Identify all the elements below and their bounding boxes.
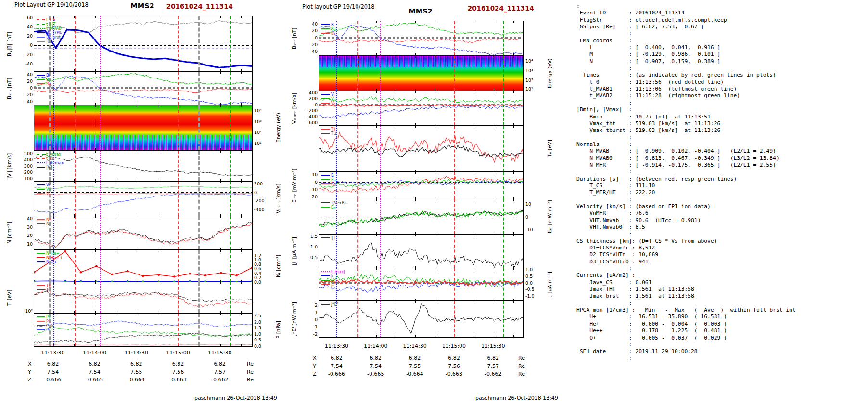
marker-t-mvab2 [230,282,231,313]
marker-gray-interval-right [198,105,200,150]
x-tick-mark [241,105,242,107]
x-tick-mark [220,105,221,107]
info-line: N MFR : [ -0.914, -0.175, 0.365 ] (L2/L1… [576,162,796,169]
y-tick-label: -40 [18,99,33,104]
legend-label: Jₘ [331,278,335,282]
x-tick-mark [337,170,337,171]
x-tick-mark [454,301,455,303]
marker-gray-interval-right [198,250,200,282]
x-tick-mark [376,235,377,236]
legend: BₗBₘBₙ [37,73,51,86]
info-line: : [576,169,796,175]
x-tick-mark [376,199,377,201]
marker-t-cs-right [454,126,455,171]
info-line: Currents [uA/m2] : [576,272,796,279]
x-tick-mark [241,248,242,249]
x-tick-mark [396,301,396,303]
x-tick-mark [220,344,221,346]
legend-label: Vₗ [331,92,334,96]
y-tick-label: 20 [18,78,33,84]
info-line: : [576,231,796,237]
marker-t-cs-left [357,172,358,199]
x-tick-mark [474,172,474,174]
marker-gray-interval-left [49,105,51,150]
x-tick-mark [513,21,514,23]
x-tick-mark [116,72,116,74]
legend-label: Jₗ [331,274,333,278]
legend-entry: Ne [37,217,52,222]
legend: t_maxJJₗJₘJₙ [321,269,345,287]
x-tick-mark [396,335,396,337]
x-axis-time-label: 11:13:30 [325,343,348,349]
x-tick-mark [220,214,221,216]
x-tick-mark [179,16,179,18]
legend-swatch [37,316,45,317]
marker-t-maxj [380,172,381,199]
x-tick-mark [435,126,435,128]
legend-label: BL brst [46,35,61,39]
marker-t-0 [96,250,96,282]
y-tick-label: 40 [303,21,318,26]
right-tick-label: 1.0 [525,267,533,272]
marker-t-cs-left [75,182,76,216]
right-tick-label: 10² [525,78,533,83]
x-tick-mark [454,170,455,171]
marker-t-mvab2 [503,56,504,91]
x-tick-mark [158,72,158,74]
legend-label: Bₙ [331,31,335,35]
marker-t-mvab2 [230,72,231,105]
legend-entry: T∥ [321,127,337,131]
x-tick-mark [179,250,179,252]
x-tick-mark [494,268,494,270]
legend-label: T∥ [46,284,51,287]
right-tick-label: 10² [254,130,262,135]
x-tick-mark [241,282,242,284]
legend-label: -(VexB)ₘ [331,201,348,205]
x-tick-mark [241,250,242,252]
x-tick-mark [435,170,435,171]
x-tick-mark [474,266,474,268]
marker-t-mvab2 [503,268,504,300]
legend-swatch [321,202,330,203]
x-tick-mark [415,172,416,174]
legend-label: |Vᵢ| [46,165,52,169]
legend-entry: N He+ [37,251,63,255]
info-line: H+ : 16.531 - 35.890 ( 16.531 ) [576,314,796,320]
y-tick-label: 0 [303,102,318,107]
marker-t-maxj [380,91,381,125]
x-tick-mark [158,148,158,150]
right-axis-label: Energy (eV) [547,56,552,91]
table-value: 7.57 [487,363,499,369]
y-tick-label: -400 [303,114,318,119]
info-line: Event ID : 20161024_111314 [576,10,796,16]
marker-t-maxj [100,72,101,105]
spacecraft-title: MMS2 [408,7,432,15]
right-tick-label: -200 [254,198,265,203]
legend-label: Vₙ [46,192,51,196]
x-tick-mark [396,197,396,199]
marker-t-cs-left [357,301,358,337]
x-tick-mark [494,266,494,268]
x-tick-mark [396,123,396,125]
x-tick-mark [474,268,474,270]
x-tick-mark [435,89,435,91]
right-tick-label: 1.0 [254,331,261,337]
legend-entry: Jₘ [321,278,345,282]
marker-t-cs-right [454,199,455,234]
info-line: : [576,355,796,362]
legend-entry: Pₘ [37,319,53,323]
legend-swatch [321,183,330,184]
marker-t-dvmax [53,216,54,249]
legend: VₗVₘVₙ [321,92,336,105]
info-line: Jave_CS : 0.061 [576,279,796,286]
marker-t-cs-right [178,216,179,249]
x-tick-mark [337,91,337,93]
y-tick-label: 0 [18,85,33,91]
x-tick-mark [116,16,116,18]
legend-swatch [37,37,45,38]
info-line: O+ : 0.005 - 0.037 ( 0.029 ) [576,335,796,341]
x-tick-mark [454,266,455,268]
x-tick-mark [179,182,179,183]
x-tick-mark [116,250,116,252]
y-axis-label: Vₑ ₗₘₙ [km/s] [291,91,297,125]
